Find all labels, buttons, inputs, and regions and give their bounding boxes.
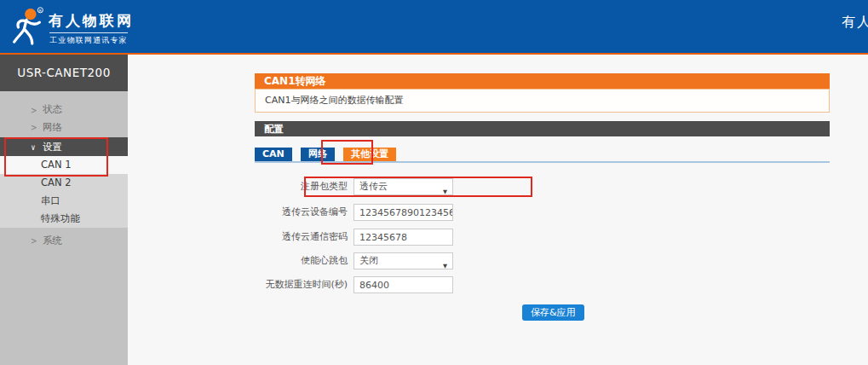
dropdown-arrow-icon: ▼ [443, 184, 447, 200]
sidebar-item-label: 状态 [43, 103, 62, 115]
sidebar-item-label: 设置 [43, 141, 62, 153]
sidebar-item-status[interactable]: >状态 [0, 101, 128, 119]
sidebar-item-can2[interactable]: CAN 2 [0, 174, 128, 192]
register-packet-type-select[interactable]: 透传云 ▼ [354, 178, 453, 195]
top-header: R 有人物联网 工业物联网通讯专家 有人 [0, 0, 868, 53]
page-title: CAN1转网络 [255, 73, 830, 89]
sidebar-item-network[interactable]: >网络 [0, 119, 128, 136]
sidebar-item-system[interactable]: >系统 [0, 232, 128, 250]
header-accent-line [0, 53, 868, 55]
selected-value: 透传云 [359, 181, 388, 192]
page-description: CAN1与网络之间的数据传输配置 [255, 89, 830, 113]
reconnect-time-input[interactable] [354, 276, 453, 293]
brand-divider [49, 32, 128, 33]
field-label-cloud-password: 透传云通信密码 [239, 229, 348, 246]
sidebar-item-serial[interactable]: 串口 [0, 192, 128, 210]
cloud-device-id-input[interactable] [354, 204, 453, 221]
dropdown-arrow-icon: ▼ [443, 258, 447, 274]
svg-text:R: R [39, 9, 42, 13]
sidebar-item-can1[interactable]: CAN 1 [0, 156, 128, 174]
field-label-reconnect-time: 无数据重连时间(秒) [239, 276, 348, 293]
header-right-link[interactable]: 有人 [842, 14, 868, 32]
field-label-cloud-device-id: 透传云设备编号 [239, 204, 348, 221]
tab-bar: CAN 网络 其他设置 [255, 148, 400, 161]
tab-can[interactable]: CAN [255, 148, 292, 161]
device-title: USR-CANET200 [0, 55, 128, 91]
field-label-heartbeat-enable: 使能心跳包 [239, 252, 348, 269]
chevron-right-icon: > [31, 118, 41, 139]
selected-value: 关闭 [359, 255, 378, 266]
field-label-register-packet-type: 注册包类型 [239, 178, 348, 195]
sidebar-item-label: 网络 [43, 121, 62, 133]
usr-logo-icon: R [8, 5, 47, 48]
sidebar-item-settings[interactable]: ∨设置 [0, 137, 128, 156]
sidebar-item-special-function[interactable]: 特殊功能 [0, 210, 128, 228]
chevron-right-icon: > [31, 231, 41, 252]
heartbeat-enable-select[interactable]: 关闭 ▼ [354, 252, 453, 269]
sidebar-item-label: 系统 [43, 235, 62, 246]
tab-other-settings[interactable]: 其他设置 [343, 148, 396, 161]
cloud-password-input[interactable] [354, 229, 453, 246]
section-title: 配置 [255, 121, 830, 136]
brand-name: 有人物联网 [49, 11, 134, 31]
sidebar: USR-CANET200 >状态 >网络 ∨设置 CAN 1 CAN 2 串口 … [0, 55, 128, 365]
save-apply-button[interactable]: 保存&应用 [522, 304, 584, 321]
tab-network[interactable]: 网络 [301, 148, 335, 161]
brand-tagline: 工业物联网通讯专家 [49, 35, 128, 46]
tab-underline [255, 161, 830, 163]
